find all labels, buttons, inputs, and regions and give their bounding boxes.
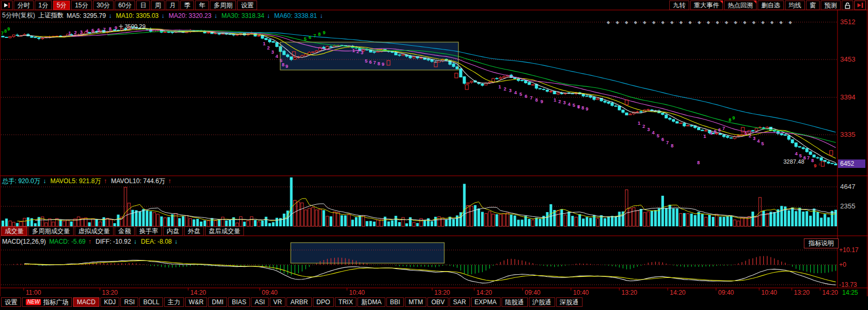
indicator-tab-BIAS[interactable]: BIAS bbox=[228, 297, 250, 307]
macd-value: MACD: -5.69↑ bbox=[49, 238, 93, 245]
svg-text:◆: ◆ bbox=[743, 20, 747, 25]
tool-tab-窗[interactable]: 窗 bbox=[806, 1, 820, 10]
tool-tab-均线[interactable]: 均线 bbox=[785, 1, 805, 10]
period-tab-15分[interactable]: 15分 bbox=[71, 1, 91, 10]
svg-text:1: 1 bbox=[68, 31, 71, 36]
collapse-left-icon[interactable] bbox=[1, 1, 13, 10]
tool-tab-热点回溯[interactable]: 热点回溯 bbox=[724, 1, 757, 10]
svg-text:3512: 3512 bbox=[840, 18, 855, 26]
tool-tab-删自选[interactable]: 删自选 bbox=[758, 1, 784, 10]
corner-mark-icon bbox=[753, 1, 757, 4]
indicator-tab-W&R[interactable]: W&R bbox=[185, 297, 207, 307]
svg-text:↓: ↓ bbox=[818, 161, 821, 166]
svg-text:1: 1 bbox=[744, 131, 747, 136]
indicator-tabs: 设置NEW指标广场MACDKDJRSIBOLL主力W&RDMIBIASASIVR… bbox=[1, 297, 583, 307]
period-tab-1分[interactable]: 1分 bbox=[35, 1, 52, 10]
indicator-tab-EXPMA[interactable]: EXPMA bbox=[471, 297, 501, 307]
svg-text:5: 5 bbox=[365, 58, 367, 64]
period-tab-30分[interactable]: 30分 bbox=[93, 1, 114, 10]
period-tab-周[interactable]: 周 bbox=[151, 1, 165, 10]
svg-text:◆: ◆ bbox=[661, 20, 665, 25]
trading-app-window: 分时1分5分15分30分60分日周月季年多周期设置 九转重大事件热点回溯删自选均… bbox=[0, 0, 868, 310]
svg-text:1: 1 bbox=[498, 84, 501, 89]
indicator-help-button[interactable]: 指标说明 bbox=[804, 238, 839, 248]
tab-label: 窗 bbox=[810, 1, 816, 10]
svg-text:5: 5 bbox=[657, 133, 659, 138]
tab-label: 盘后成交量 bbox=[209, 227, 240, 236]
indicator-tab-ARBR[interactable]: ARBR bbox=[287, 297, 311, 307]
indicator-tab-SAR[interactable]: SAR bbox=[450, 297, 470, 307]
indicator-tab-主力[interactable]: 主力 bbox=[164, 297, 184, 307]
volume-info-row: 总手: 920.0万↓MAVOL5: 921.8万↑MAVOL10: 744.6… bbox=[2, 177, 177, 186]
svg-text:1: 1 bbox=[638, 121, 640, 126]
tab-label: 15分 bbox=[75, 1, 88, 10]
volume-tab-换手率[interactable]: 换手率 bbox=[136, 226, 162, 236]
indicator-tab-OBV[interactable]: OBV bbox=[427, 297, 448, 307]
period-tab-设置[interactable]: 设置 bbox=[237, 1, 257, 10]
period-tab-60分[interactable]: 60分 bbox=[115, 1, 135, 10]
indicator-tab-新DMA[interactable]: 新DMA bbox=[358, 297, 385, 307]
period-tab-季[interactable]: 季 bbox=[180, 1, 194, 10]
indicator-tab-MACD[interactable]: MACD bbox=[73, 297, 99, 307]
period-label: 5分钟(复权) bbox=[2, 11, 35, 20]
period-tab-多周期[interactable]: 多周期 bbox=[210, 1, 236, 10]
symbol-label: 上证指数 bbox=[38, 11, 64, 20]
indicator-tab-TRIX[interactable]: TRIX bbox=[335, 297, 356, 307]
volume-tab-多周期成交量[interactable]: 多周期成交量 bbox=[28, 226, 74, 236]
svg-text:◆: ◆ bbox=[689, 20, 692, 25]
indicator-tab-KDJ[interactable]: KDJ bbox=[100, 297, 120, 307]
indicator-tab-BBI[interactable]: BBI bbox=[386, 297, 404, 307]
volume-tab-虚拟成交量[interactable]: 虚拟成交量 bbox=[75, 226, 114, 236]
svg-text:7: 7 bbox=[313, 33, 316, 38]
indicator-tab-设置[interactable]: 设置 bbox=[1, 297, 21, 307]
ma-info-row: 5分钟(复权) 上证指数 MA5: 3295.79↓MA10: 3305.03↓… bbox=[2, 11, 329, 20]
svg-text:◆: ◆ bbox=[780, 20, 783, 25]
collapse-right-icon[interactable] bbox=[854, 1, 866, 10]
indicator-tab-RSI[interactable]: RSI bbox=[120, 297, 138, 307]
indicator-tab-MTM[interactable]: MTM bbox=[405, 297, 426, 307]
period-tab-分时[interactable]: 分时 bbox=[14, 1, 34, 10]
period-tab-5分[interactable]: 5分 bbox=[53, 1, 70, 10]
svg-text:9: 9 bbox=[323, 30, 325, 35]
indicator-tab-陆股通[interactable]: 陆股通 bbox=[502, 297, 528, 307]
chart-canvas[interactable]: 7891234567891234589567891235678912345678… bbox=[0, 0, 868, 310]
period-tab-月[interactable]: 月 bbox=[166, 1, 179, 10]
svg-text:1: 1 bbox=[352, 48, 355, 53]
indicator-tab-DPO[interactable]: DPO bbox=[313, 297, 334, 307]
indicator-tab-BOLL[interactable]: BOLL bbox=[139, 297, 163, 307]
svg-text:4: 4 bbox=[710, 131, 712, 136]
axis-label-layer: 351234533394333546472355+10.17+0-13.7364… bbox=[838, 18, 865, 288]
volume-tab-内盘[interactable]: 内盘 bbox=[163, 226, 183, 236]
tool-tab-重大事件[interactable]: 重大事件 bbox=[690, 1, 723, 10]
tool-tab-预测[interactable]: 预测 bbox=[821, 1, 841, 10]
volume-value: MAVOL5: 921.8万↑ bbox=[50, 177, 109, 185]
tool-tab-九转[interactable]: 九转 bbox=[669, 1, 689, 10]
new-badge: NEW bbox=[26, 299, 41, 305]
tab-label: 30分 bbox=[97, 1, 110, 10]
svg-text:9: 9 bbox=[814, 163, 816, 168]
indicator-tab-ASI[interactable]: ASI bbox=[251, 297, 268, 307]
lock-icon[interactable] bbox=[842, 1, 853, 10]
highlight-box-fill-layer bbox=[280, 42, 458, 263]
period-tab-日[interactable]: 日 bbox=[136, 1, 150, 10]
top-toolbar: 分时1分5分15分30分60分日周月季年多周期设置 bbox=[1, 1, 257, 10]
svg-text:8: 8 bbox=[697, 160, 700, 165]
tab-label: SAR bbox=[453, 298, 466, 306]
indicator-tab-沪股通[interactable]: 沪股通 bbox=[529, 297, 555, 307]
tab-label: 周 bbox=[155, 1, 161, 10]
volume-tab-成交量[interactable]: 成交量 bbox=[1, 226, 27, 236]
svg-text:7: 7 bbox=[373, 60, 376, 65]
indicator-tab-深股通[interactable]: 深股通 bbox=[556, 297, 583, 307]
tab-label: 5分 bbox=[57, 1, 67, 10]
period-tab-年[interactable]: 年 bbox=[195, 1, 209, 10]
indicator-tab-DMI[interactable]: DMI bbox=[208, 297, 227, 307]
svg-text:◆: ◆ bbox=[643, 20, 647, 25]
volume-tab-金额[interactable]: 金额 bbox=[115, 226, 135, 236]
indicator-tab-VR[interactable]: VR bbox=[270, 297, 286, 307]
indicator-tab-指标广场[interactable]: NEW指标广场 bbox=[22, 297, 72, 307]
volume-tab-盘后成交量[interactable]: 盘后成交量 bbox=[205, 226, 244, 236]
volume-tab-外盘[interactable]: 外盘 bbox=[184, 226, 204, 236]
tab-label: 主力 bbox=[168, 298, 180, 307]
svg-text:8: 8 bbox=[811, 158, 814, 163]
svg-text:4: 4 bbox=[86, 28, 88, 34]
